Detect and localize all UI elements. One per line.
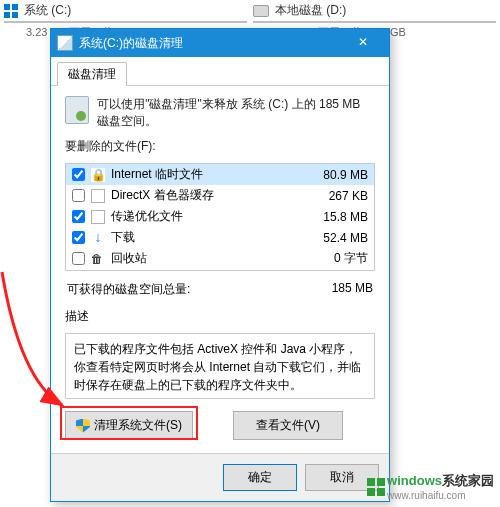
disk-cleanup-dialog: 系统(C:)的磁盘清理 ✕ 磁盘清理 可以使用"磁盘清理"来释放 系统 (C:)…: [50, 28, 390, 502]
file-name: 回收站: [111, 250, 306, 267]
recycle-bin-icon: 🗑: [91, 252, 105, 266]
file-row[interactable]: 🗑回收站0 字节: [66, 248, 374, 269]
drive-usage-bar: [253, 21, 496, 23]
file-row[interactable]: 🔒Internet 临时文件80.9 MB: [66, 164, 374, 185]
drive-label: 本地磁盘 (D:): [275, 2, 346, 19]
files-to-delete-label: 要删除的文件(F):: [65, 138, 375, 155]
tab-disk-cleanup[interactable]: 磁盘清理: [57, 62, 127, 86]
download-icon: ↓: [91, 231, 105, 245]
view-files-label: 查看文件(V): [256, 417, 320, 434]
file-checkbox[interactable]: [72, 210, 85, 223]
file-row[interactable]: DirectX 着色器缓存267 KB: [66, 185, 374, 206]
file-icon: [91, 189, 105, 203]
file-icon: [91, 210, 105, 224]
drive-label: 系统 (C:): [24, 2, 71, 19]
ok-button[interactable]: 确定: [223, 464, 297, 491]
file-size: 15.8 MB: [312, 210, 368, 224]
total-label: 可获得的磁盘空间总量:: [67, 281, 190, 298]
file-size: 0 字节: [312, 250, 368, 267]
file-checkbox[interactable]: [72, 168, 85, 181]
watermark-text2: 系统家园: [442, 473, 494, 488]
total-value: 185 MB: [332, 281, 373, 298]
file-row[interactable]: 传递优化文件15.8 MB: [66, 206, 374, 227]
watermark-logo-icon: [367, 478, 385, 496]
intro-row: 可以使用"磁盘清理"来释放 系统 (C:) 上的 185 MB 磁盘空间。: [65, 96, 375, 130]
file-size: 52.4 MB: [312, 231, 368, 245]
description-box: 已下载的程序文件包括 ActiveX 控件和 Java 小程序，你查看特定网页时…: [65, 333, 375, 399]
action-row: 清理系统文件(S) 查看文件(V): [65, 411, 375, 440]
watermark-text1: windows: [387, 473, 442, 488]
windows-logo-icon: [4, 4, 18, 18]
description-label: 描述: [65, 308, 375, 325]
files-list[interactable]: 🔒Internet 临时文件80.9 MBDirectX 着色器缓存267 KB…: [65, 163, 375, 271]
intro-text: 可以使用"磁盘清理"来释放 系统 (C:) 上的 185 MB 磁盘空间。: [97, 96, 375, 130]
disk-cleanup-icon: [57, 35, 73, 51]
titlebar[interactable]: 系统(C:)的磁盘清理 ✕: [51, 29, 389, 57]
hdd-icon: [253, 5, 269, 17]
window-title: 系统(C:)的磁盘清理: [79, 35, 343, 52]
drive-usage-bar: [4, 21, 247, 23]
file-checkbox[interactable]: [72, 252, 85, 265]
dialog-button-bar: 确定 取消: [51, 453, 389, 501]
close-button[interactable]: ✕: [343, 33, 383, 53]
tabstrip: 磁盘清理: [51, 57, 389, 86]
view-files-button[interactable]: 查看文件(V): [233, 411, 343, 440]
dialog-content: 可以使用"磁盘清理"来释放 系统 (C:) 上的 185 MB 磁盘空间。 要删…: [51, 86, 389, 453]
watermark-url: www.ruihaifu.com: [387, 490, 494, 501]
clean-sys-label: 清理系统文件(S): [94, 417, 182, 434]
clean-system-files-button[interactable]: 清理系统文件(S): [65, 411, 193, 440]
disk-cleanup-large-icon: [65, 96, 89, 124]
watermark: windows系统家园 www.ruihaifu.com: [367, 472, 494, 501]
total-row: 可获得的磁盘空间总量: 185 MB: [65, 279, 375, 300]
lock-icon: 🔒: [91, 168, 105, 182]
file-checkbox[interactable]: [72, 189, 85, 202]
file-name: 下载: [111, 229, 306, 246]
file-name: DirectX 着色器缓存: [111, 187, 306, 204]
file-size: 267 KB: [312, 189, 368, 203]
uac-shield-icon: [76, 419, 90, 433]
file-row[interactable]: ↓下载52.4 MB: [66, 227, 374, 248]
file-checkbox[interactable]: [72, 231, 85, 244]
file-name: 传递优化文件: [111, 208, 306, 225]
file-size: 80.9 MB: [312, 168, 368, 182]
file-name: Internet 临时文件: [111, 166, 306, 183]
